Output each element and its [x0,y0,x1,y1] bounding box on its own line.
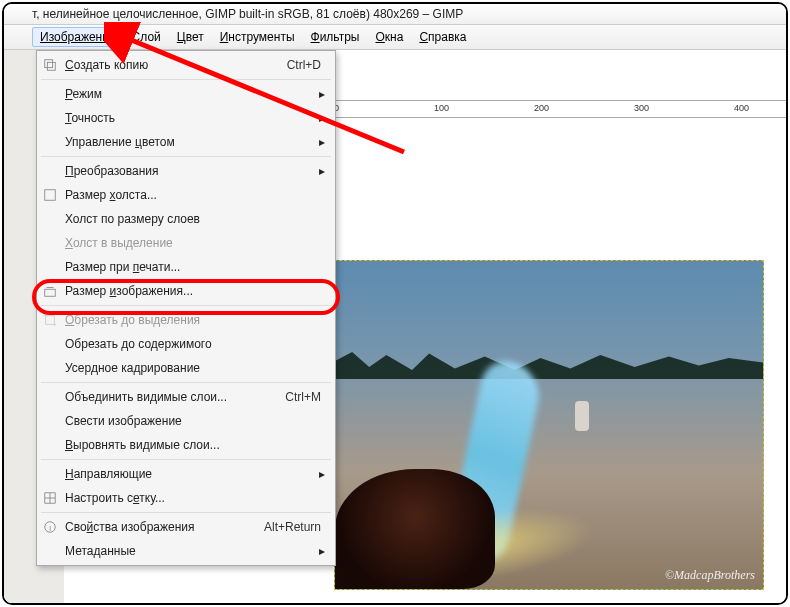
menu-item-label: Обрезать до выделения [65,313,200,327]
submenu-arrow-icon: ▸ [319,544,325,558]
menubar: Изображение Слой Цвет Инструменты Фильтр… [4,25,786,50]
menu-item-canvas-size[interactable]: Размер холста... [37,183,335,207]
image-watermark: ©MadcapBrothers [665,568,755,583]
menu-item-label: Размер изображения... [65,284,193,298]
menu-item-label: Управление цветом [65,135,175,149]
info-icon: i [43,520,57,534]
menu-item-image-size[interactable]: Размер изображения... [37,279,335,303]
menu-item-zealous-crop[interactable]: Усердное кадрирование [37,356,335,380]
ruler-tick: 100 [434,103,449,113]
svg-rect-1 [47,62,55,70]
menu-item-label: Размер холста... [65,188,157,202]
submenu-arrow-icon: ▸ [319,467,325,481]
menu-item-properties[interactable]: i Свойства изображения Alt+Return [37,515,335,539]
image-trees [335,349,763,379]
menu-item-precision[interactable]: Точность ▸ [37,106,335,130]
menu-item-shortcut: Alt+Return [264,520,321,534]
menu-item-mode[interactable]: Режим ▸ [37,82,335,106]
image-hand [335,469,495,589]
svg-rect-2 [45,190,56,201]
ruler-tick: 400 [734,103,749,113]
menu-tools[interactable]: Инструменты [212,27,303,47]
submenu-arrow-icon: ▸ [319,135,325,149]
menu-item-label: Точность [65,111,115,125]
menu-item-label: Объединить видимые слои... [65,390,227,404]
menu-item-metadata[interactable]: Метаданные ▸ [37,539,335,563]
menu-windows[interactable]: Окна [367,27,411,47]
menu-help[interactable]: Справка [411,27,474,47]
resize-icon [43,284,57,298]
menu-item-flatten[interactable]: Свести изображение [37,409,335,433]
menu-item-label: Метаданные [65,544,136,558]
menu-item-label: Усердное кадрирование [65,361,200,375]
image-menu-dropdown: Создать копию Ctrl+D Режим ▸ Точность ▸ … [36,50,336,566]
submenu-arrow-icon: ▸ [319,111,325,125]
canvas-image[interactable]: ©MadcapBrothers [334,260,764,590]
menu-item-label: Холст по размеру слоев [65,212,200,226]
menu-filters[interactable]: Фильтры [303,27,368,47]
menu-item-merge-visible[interactable]: Объединить видимые слои... Ctrl+M [37,385,335,409]
menu-item-label: Свойства изображения [65,520,195,534]
menu-item-guides[interactable]: Направляющие ▸ [37,462,335,486]
menu-item-color-mgmt[interactable]: Управление цветом ▸ [37,130,335,154]
menu-item-transforms[interactable]: Преобразования ▸ [37,159,335,183]
menu-item-duplicate[interactable]: Создать копию Ctrl+D [37,53,335,77]
svg-rect-3 [45,289,56,296]
menu-item-label: Направляющие [65,467,152,481]
ruler-tick: 200 [534,103,549,113]
submenu-arrow-icon: ▸ [319,87,325,101]
submenu-arrow-icon: ▸ [319,164,325,178]
menu-item-print-size[interactable]: Размер при печати... [37,255,335,279]
menu-item-crop-to-content[interactable]: Обрезать до содержимого [37,332,335,356]
menu-item-label: Создать копию [65,58,148,72]
window-title: т, нелинейное целочисленное, GIMP built-… [4,4,786,25]
menu-color[interactable]: Цвет [169,27,212,47]
grid-icon [43,491,57,505]
duplicate-icon [43,58,57,72]
menu-image[interactable]: Изображение [32,27,124,47]
svg-text:i: i [49,524,51,533]
menu-item-canvas-to-sel: Холст в выделение [37,231,335,255]
image-person [575,401,589,431]
menu-item-label: Режим [65,87,102,101]
ruler-tick: 300 [634,103,649,113]
menu-item-shortcut: Ctrl+D [287,58,321,72]
menu-item-label: Холст в выделение [65,236,173,250]
menu-item-shortcut: Ctrl+M [285,390,321,404]
workspace: 0 100 200 300 400 ©MadcapBrothers Создат… [4,50,786,603]
svg-rect-0 [45,60,53,68]
menu-item-align-visible[interactable]: Выровнять видимые слои... [37,433,335,457]
menu-item-label: Обрезать до содержимого [65,337,212,351]
menu-item-label: Размер при печати... [65,260,180,274]
canvas-size-icon [43,188,57,202]
menu-item-label: Свести изображение [65,414,182,428]
menu-item-crop-to-sel: Обрезать до выделения [37,308,335,332]
menu-item-label: Выровнять видимые слои... [65,438,220,452]
menu-item-fit-canvas[interactable]: Холст по размеру слоев [37,207,335,231]
menu-item-label: Настроить сетку... [65,491,165,505]
menu-item-label: Преобразования [65,164,159,178]
crop-icon [43,313,57,327]
menu-item-configure-grid[interactable]: Настроить сетку... [37,486,335,510]
menu-layer[interactable]: Слой [124,27,169,47]
